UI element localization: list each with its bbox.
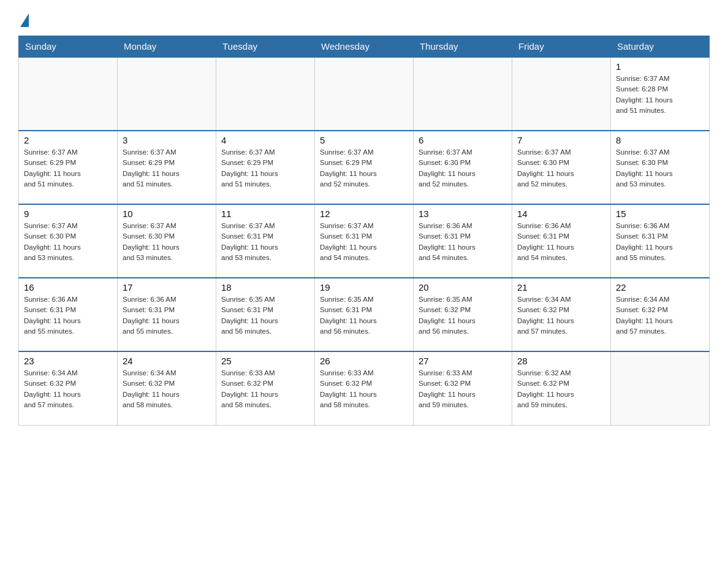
day-number: 6	[419, 135, 507, 145]
calendar-cell: 23Sunrise: 6:34 AM Sunset: 6:32 PM Dayli…	[19, 351, 118, 425]
day-info: Sunrise: 6:37 AM Sunset: 6:30 PM Dayligh…	[24, 221, 112, 263]
day-number: 16	[24, 282, 112, 293]
calendar-cell: 20Sunrise: 6:35 AM Sunset: 6:32 PM Dayli…	[414, 278, 512, 351]
calendar-cell: 8Sunrise: 6:37 AM Sunset: 6:30 PM Daylig…	[611, 131, 710, 204]
calendar-cell: 11Sunrise: 6:37 AM Sunset: 6:31 PM Dayli…	[216, 204, 315, 278]
day-number: 1	[616, 61, 704, 72]
calendar-cell: 22Sunrise: 6:34 AM Sunset: 6:32 PM Dayli…	[611, 278, 710, 351]
calendar-cell: 16Sunrise: 6:36 AM Sunset: 6:31 PM Dayli…	[19, 278, 118, 351]
day-number: 15	[616, 209, 704, 219]
calendar-cell: 1Sunrise: 6:37 AM Sunset: 6:28 PM Daylig…	[611, 57, 710, 131]
calendar-cell	[118, 57, 216, 131]
day-number: 14	[517, 209, 605, 219]
day-info: Sunrise: 6:37 AM Sunset: 6:29 PM Dayligh…	[221, 147, 309, 190]
calendar-cell: 7Sunrise: 6:37 AM Sunset: 6:30 PM Daylig…	[512, 131, 611, 204]
calendar-cell: 17Sunrise: 6:36 AM Sunset: 6:31 PM Dayli…	[118, 278, 216, 351]
calendar-cell	[216, 57, 315, 131]
day-number: 22	[616, 282, 704, 293]
calendar-cell: 10Sunrise: 6:37 AM Sunset: 6:30 PM Dayli…	[118, 204, 216, 278]
calendar-cell	[414, 57, 512, 131]
day-info: Sunrise: 6:35 AM Sunset: 6:31 PM Dayligh…	[221, 294, 309, 337]
day-header-wednesday: Wednesday	[315, 36, 414, 58]
day-number: 12	[320, 209, 408, 219]
day-number: 17	[123, 282, 211, 293]
day-info: Sunrise: 6:37 AM Sunset: 6:31 PM Dayligh…	[320, 221, 408, 263]
day-number: 25	[221, 356, 309, 366]
day-info: Sunrise: 6:37 AM Sunset: 6:28 PM Dayligh…	[616, 74, 704, 116]
calendar-week-1: 1Sunrise: 6:37 AM Sunset: 6:28 PM Daylig…	[19, 57, 710, 131]
day-number: 19	[320, 282, 408, 293]
day-header-tuesday: Tuesday	[216, 36, 315, 58]
day-header-saturday: Saturday	[611, 36, 710, 58]
calendar-cell: 3Sunrise: 6:37 AM Sunset: 6:29 PM Daylig…	[118, 131, 216, 204]
day-info: Sunrise: 6:37 AM Sunset: 6:30 PM Dayligh…	[123, 221, 211, 263]
calendar-cell: 19Sunrise: 6:35 AM Sunset: 6:31 PM Dayli…	[315, 278, 414, 351]
day-number: 10	[123, 209, 211, 219]
calendar-week-3: 9Sunrise: 6:37 AM Sunset: 6:30 PM Daylig…	[19, 204, 710, 278]
day-info: Sunrise: 6:34 AM Sunset: 6:32 PM Dayligh…	[616, 294, 704, 337]
day-number: 18	[221, 282, 309, 293]
calendar-table: SundayMondayTuesdayWednesdayThursdayFrid…	[18, 36, 710, 426]
day-header-thursday: Thursday	[414, 36, 512, 58]
calendar-cell: 13Sunrise: 6:36 AM Sunset: 6:31 PM Dayli…	[414, 204, 512, 278]
calendar-cell: 25Sunrise: 6:33 AM Sunset: 6:32 PM Dayli…	[216, 351, 315, 425]
day-number: 5	[320, 135, 408, 145]
calendar-cell: 26Sunrise: 6:33 AM Sunset: 6:32 PM Dayli…	[315, 351, 414, 425]
calendar-cell: 12Sunrise: 6:37 AM Sunset: 6:31 PM Dayli…	[315, 204, 414, 278]
day-info: Sunrise: 6:33 AM Sunset: 6:32 PM Dayligh…	[221, 368, 309, 410]
calendar-cell: 18Sunrise: 6:35 AM Sunset: 6:31 PM Dayli…	[216, 278, 315, 351]
day-info: Sunrise: 6:34 AM Sunset: 6:32 PM Dayligh…	[123, 368, 211, 410]
day-info: Sunrise: 6:33 AM Sunset: 6:32 PM Dayligh…	[320, 368, 408, 410]
page-header	[18, 12, 710, 26]
calendar-cell: 5Sunrise: 6:37 AM Sunset: 6:29 PM Daylig…	[315, 131, 414, 204]
day-info: Sunrise: 6:33 AM Sunset: 6:32 PM Dayligh…	[419, 368, 507, 410]
calendar-cell: 4Sunrise: 6:37 AM Sunset: 6:29 PM Daylig…	[216, 131, 315, 204]
day-number: 11	[221, 209, 309, 219]
calendar-cell: 6Sunrise: 6:37 AM Sunset: 6:30 PM Daylig…	[414, 131, 512, 204]
day-info: Sunrise: 6:37 AM Sunset: 6:30 PM Dayligh…	[616, 147, 704, 190]
logo-triangle-icon	[20, 13, 29, 27]
day-info: Sunrise: 6:37 AM Sunset: 6:29 PM Dayligh…	[24, 147, 112, 190]
day-info: Sunrise: 6:36 AM Sunset: 6:31 PM Dayligh…	[24, 294, 112, 337]
day-number: 21	[517, 282, 605, 293]
day-info: Sunrise: 6:37 AM Sunset: 6:30 PM Dayligh…	[517, 147, 605, 190]
day-info: Sunrise: 6:36 AM Sunset: 6:31 PM Dayligh…	[123, 294, 211, 337]
calendar-cell: 2Sunrise: 6:37 AM Sunset: 6:29 PM Daylig…	[19, 131, 118, 204]
day-number: 13	[419, 209, 507, 219]
calendar-week-4: 16Sunrise: 6:36 AM Sunset: 6:31 PM Dayli…	[19, 278, 710, 351]
day-number: 27	[419, 356, 507, 366]
calendar-header-row: SundayMondayTuesdayWednesdayThursdayFrid…	[19, 36, 710, 58]
calendar-cell: 21Sunrise: 6:34 AM Sunset: 6:32 PM Dayli…	[512, 278, 611, 351]
day-number: 23	[24, 356, 112, 366]
day-info: Sunrise: 6:34 AM Sunset: 6:32 PM Dayligh…	[517, 294, 605, 337]
calendar-cell	[611, 351, 710, 425]
day-info: Sunrise: 6:32 AM Sunset: 6:32 PM Dayligh…	[517, 368, 605, 410]
calendar-cell: 24Sunrise: 6:34 AM Sunset: 6:32 PM Dayli…	[118, 351, 216, 425]
day-info: Sunrise: 6:37 AM Sunset: 6:31 PM Dayligh…	[221, 221, 309, 263]
day-number: 26	[320, 356, 408, 366]
day-header-friday: Friday	[512, 36, 611, 58]
day-info: Sunrise: 6:34 AM Sunset: 6:32 PM Dayligh…	[24, 368, 112, 410]
day-number: 24	[123, 356, 211, 366]
day-info: Sunrise: 6:37 AM Sunset: 6:29 PM Dayligh…	[123, 147, 211, 190]
logo	[18, 12, 29, 26]
calendar-week-2: 2Sunrise: 6:37 AM Sunset: 6:29 PM Daylig…	[19, 131, 710, 204]
day-info: Sunrise: 6:37 AM Sunset: 6:30 PM Dayligh…	[419, 147, 507, 190]
calendar-cell: 28Sunrise: 6:32 AM Sunset: 6:32 PM Dayli…	[512, 351, 611, 425]
calendar-cell	[512, 57, 611, 131]
day-number: 9	[24, 209, 112, 219]
day-number: 28	[517, 356, 605, 366]
day-info: Sunrise: 6:35 AM Sunset: 6:31 PM Dayligh…	[320, 294, 408, 337]
calendar-cell: 27Sunrise: 6:33 AM Sunset: 6:32 PM Dayli…	[414, 351, 512, 425]
day-number: 8	[616, 135, 704, 145]
day-number: 20	[419, 282, 507, 293]
calendar-cell: 9Sunrise: 6:37 AM Sunset: 6:30 PM Daylig…	[19, 204, 118, 278]
day-info: Sunrise: 6:36 AM Sunset: 6:31 PM Dayligh…	[419, 221, 507, 263]
day-number: 2	[24, 135, 112, 145]
calendar-cell	[315, 57, 414, 131]
day-number: 4	[221, 135, 309, 145]
day-header-sunday: Sunday	[19, 36, 118, 58]
day-info: Sunrise: 6:36 AM Sunset: 6:31 PM Dayligh…	[517, 221, 605, 263]
day-info: Sunrise: 6:35 AM Sunset: 6:32 PM Dayligh…	[419, 294, 507, 337]
day-header-monday: Monday	[118, 36, 216, 58]
